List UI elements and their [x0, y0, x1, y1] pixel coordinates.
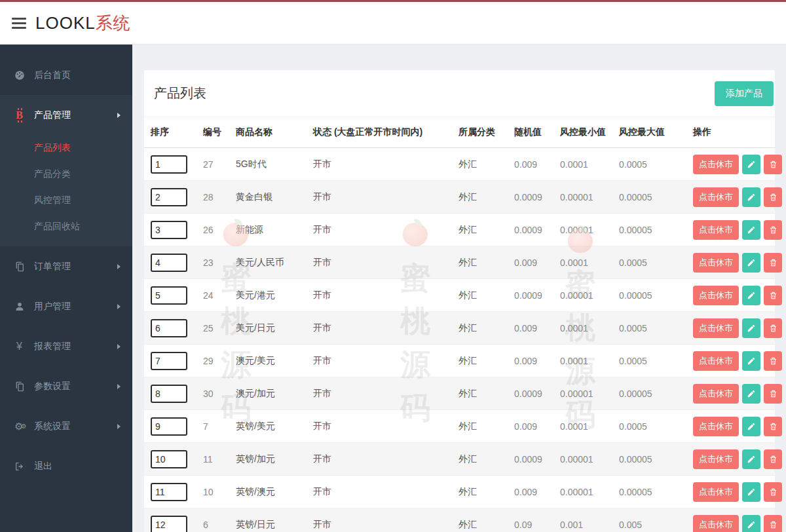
sidebar-item-parameters[interactable]: 参数设置 [0, 366, 132, 406]
column-header: 编号 [196, 117, 229, 148]
close-market-button[interactable]: 点击休市 [693, 318, 739, 338]
sidebar-item-system-settings[interactable]: ⚙⚙ 系统设置 [0, 406, 132, 446]
sort-input[interactable] [151, 450, 187, 468]
delete-button[interactable] [764, 286, 782, 305]
sidebar-item-product-management[interactable]: B 产品管理 [0, 95, 132, 135]
cell-risk-min: 0.00001 [553, 377, 612, 410]
sort-input[interactable] [151, 221, 187, 239]
sidebar-item-reports[interactable]: ¥ 报表管理 [0, 326, 132, 366]
sidebar-item-orders[interactable]: 订单管理 [0, 246, 132, 286]
sidebar-subitem[interactable]: 产品分类 [0, 161, 132, 187]
edit-button[interactable] [742, 351, 760, 371]
edit-button[interactable] [742, 417, 760, 436]
close-market-button[interactable]: 点击休市 [693, 384, 739, 404]
edit-button[interactable] [742, 449, 760, 469]
close-market-button[interactable]: 点击休市 [693, 449, 739, 469]
sort-input[interactable] [151, 385, 187, 403]
close-market-button[interactable]: 点击休市 [693, 286, 739, 305]
delete-button[interactable] [764, 351, 782, 371]
close-market-button[interactable]: 点击休市 [693, 515, 739, 532]
edit-button[interactable] [742, 384, 760, 404]
close-market-button[interactable]: 点击休市 [693, 155, 739, 174]
cell-actions: 点击休市 [686, 377, 775, 410]
sidebar-subitem[interactable]: 产品列表 [0, 135, 132, 161]
cell-category: 外汇 [452, 377, 508, 410]
trash-icon [769, 487, 777, 497]
files-icon [13, 381, 26, 392]
sidebar-item-logout[interactable]: 退出 [0, 446, 132, 486]
sort-input[interactable] [151, 516, 187, 532]
cell-name: 5G时代 [229, 148, 307, 181]
logo-text-black: LOOKL [35, 13, 96, 33]
delete-button[interactable] [764, 417, 782, 436]
sort-input[interactable] [151, 417, 187, 436]
hamburger-menu-icon[interactable] [12, 15, 26, 31]
add-product-button[interactable]: 添加产品 [715, 81, 774, 106]
cell-random: 0.0009 [508, 443, 553, 476]
delete-button[interactable] [764, 449, 782, 469]
pencil-icon [747, 356, 756, 366]
pencil-icon [747, 389, 756, 398]
sort-input[interactable] [151, 254, 187, 272]
cell-risk-max: 0.0005 [612, 246, 686, 279]
delete-button[interactable] [764, 482, 782, 502]
delete-button[interactable] [764, 253, 782, 273]
delete-button[interactable] [764, 384, 782, 404]
close-market-button[interactable]: 点击休市 [693, 253, 739, 273]
close-market-button[interactable]: 点击休市 [693, 482, 739, 502]
pencil-icon [747, 258, 756, 267]
sidebar-item-label: 报表管理 [34, 341, 71, 352]
close-market-button[interactable]: 点击休市 [693, 220, 739, 240]
sidebar-item-dashboard[interactable]: 后台首页 [0, 55, 132, 95]
close-market-button[interactable]: 点击休市 [693, 417, 739, 436]
column-header: 商品名称 [229, 117, 307, 148]
trash-icon [769, 422, 777, 431]
sort-input[interactable] [151, 286, 187, 305]
delete-button[interactable] [764, 318, 782, 338]
edit-button[interactable] [742, 253, 760, 273]
pencil-icon [747, 193, 756, 202]
table-body: 27 5G时代 开市 外汇 0.009 0.0001 0.0005 点击休市 [144, 148, 775, 532]
edit-button[interactable] [742, 286, 760, 305]
edit-button[interactable] [742, 515, 760, 532]
trash-icon [769, 389, 777, 398]
sidebar-item-users[interactable]: 用户管理 [0, 286, 132, 326]
cell-risk-min: 0.00001 [553, 476, 612, 508]
table-row: 29 澳元/美元 开市 外汇 0.009 0.0001 0.0005 点击休市 [144, 345, 775, 377]
delete-button[interactable] [764, 220, 782, 240]
main-content: 产品列表 添加产品 排序编号商品名称状态 (大盘正常开市时间内)所属分类随机值风… [132, 45, 786, 532]
cell-risk-min: 0.00001 [553, 214, 612, 246]
cell-name: 英镑/日元 [229, 508, 307, 532]
sort-input[interactable] [151, 352, 187, 370]
edit-button[interactable] [742, 318, 760, 338]
delete-button[interactable] [764, 187, 782, 207]
sidebar-item-label: 后台首页 [34, 69, 71, 81]
edit-button[interactable] [742, 187, 760, 207]
edit-button[interactable] [742, 220, 760, 240]
delete-button[interactable] [764, 515, 782, 532]
sort-input[interactable] [151, 319, 187, 337]
cell-risk-max: 0.00005 [612, 476, 686, 508]
gears-icon: ⚙⚙ [13, 421, 26, 431]
delete-button[interactable] [764, 155, 782, 174]
sort-input[interactable] [151, 188, 187, 206]
trash-icon [769, 520, 777, 529]
cell-status: 开市 [307, 246, 452, 279]
sort-input[interactable] [151, 155, 187, 174]
cell-actions: 点击休市 [686, 214, 775, 246]
sidebar-item-label: 用户管理 [34, 301, 71, 313]
pencil-icon [747, 455, 756, 464]
edit-button[interactable] [742, 155, 760, 174]
trash-icon [769, 455, 777, 464]
sort-input[interactable] [151, 483, 187, 501]
cell-risk-min: 0.0001 [553, 148, 612, 181]
table-row: 10 英镑/澳元 开市 外汇 0.009 0.00001 0.00005 点击休… [144, 476, 775, 508]
table-row: 11 英镑/加元 开市 外汇 0.0009 0.00001 0.00005 点击… [144, 443, 775, 476]
edit-button[interactable] [742, 482, 760, 502]
cell-risk-min: 0.0001 [553, 410, 612, 443]
sidebar-subitem[interactable]: 产品回收站 [0, 214, 132, 240]
yen-icon: ¥ [13, 341, 26, 352]
close-market-button[interactable]: 点击休市 [693, 351, 739, 371]
sidebar-subitem[interactable]: 风控管理 [0, 187, 132, 214]
close-market-button[interactable]: 点击休市 [693, 187, 739, 207]
